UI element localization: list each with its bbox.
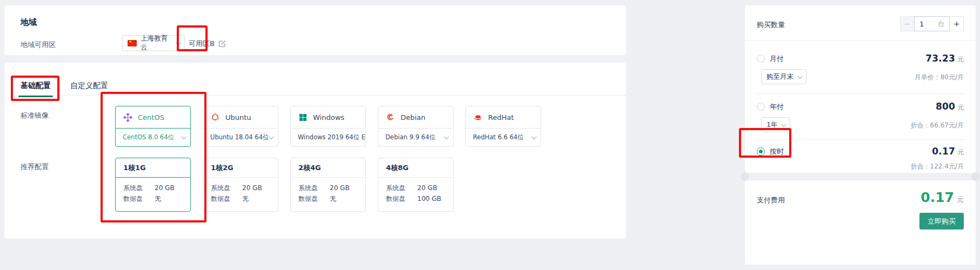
image-card-ubuntu-header[interactable]: Ubuntu (203, 106, 278, 129)
image-name: Windows (313, 113, 344, 122)
chevron-down-icon (797, 73, 803, 79)
image-version-value: Windows 2019 64位 EN (298, 133, 366, 141)
image-card-centos[interactable]: CentOS CentOS 8.0 64位 (115, 106, 191, 147)
china-flag-icon (128, 40, 137, 46)
spec-value: 100 GB (417, 193, 441, 204)
preset-card-1c1g[interactable]: 1核1G 系统盘20 GB 数据盘无 (115, 158, 191, 212)
divider (745, 40, 976, 40)
chevron-down-icon (181, 134, 186, 139)
image-card-windows-header[interactable]: Windows (291, 106, 365, 129)
image-card-row: CentOS CentOS 8.0 64位 (115, 106, 541, 147)
plan-hourly[interactable]: 按时 0.17元 (757, 146, 964, 157)
image-card-debian-header[interactable]: Debian (378, 106, 453, 129)
region-title: 地域 (21, 17, 37, 28)
monthly-duration-select[interactable]: 购至月末 (761, 69, 806, 84)
divider (16, 95, 626, 96)
preset-specs: 系统盘20 GB 数据盘无 (291, 178, 365, 204)
image-name: Debian (401, 113, 425, 122)
yearly-converted-note: 折合：66.67元/月 (911, 121, 964, 130)
quantity-input[interactable]: 1 台 (914, 16, 950, 31)
image-name: CentOS (138, 113, 164, 122)
windows-icon (298, 112, 308, 122)
cloud-provision-page: 地域 地域可用区 上海教育云 可用区B 基础配置 自定义配置 标准镜像 (0, 0, 980, 270)
edit-icon[interactable] (218, 39, 226, 47)
pay-amount: 0.17元 (921, 190, 964, 205)
spec-label: 系统盘 (298, 183, 330, 193)
radio-checked-icon[interactable] (757, 147, 765, 156)
plan-monthly[interactable]: 月付 73.23元 (757, 53, 964, 64)
image-version-select-windows[interactable]: Windows 2019 64位 EN (291, 129, 365, 146)
spec-value: 无 (155, 193, 161, 204)
config-section: 基础配置 自定义配置 标准镜像 CentOS Cen (4, 63, 626, 239)
region-select-value: 上海教育云 (141, 34, 172, 52)
yearly-duration-select[interactable]: 1年 (761, 117, 790, 132)
chevron-down-icon (531, 134, 537, 139)
plan-price-value: 0.17 (932, 146, 955, 157)
spec-value: 20 GB (242, 183, 262, 193)
image-version-value: CentOS 8.0 64位 (123, 133, 174, 141)
spec-value: 无 (330, 193, 336, 204)
image-name: Ubuntu (225, 113, 251, 122)
preset-specs: 系统盘20 GB 数据盘无 (203, 178, 278, 204)
preset-specs: 系统盘20 GB 数据盘无 (116, 178, 190, 204)
monthly-unit-price-note: 月单价：80元/月 (915, 73, 964, 82)
chevron-down-icon (444, 134, 449, 139)
centos-icon (123, 112, 132, 122)
image-version-select-debian[interactable]: Debian 9.9 64位 (378, 129, 453, 146)
yearly-duration-value: 1年 (766, 120, 777, 130)
preset-row-label: 推荐配置 (21, 162, 49, 172)
quantity-increase-button[interactable]: + (950, 16, 964, 31)
preset-name: 2核4G (291, 158, 365, 178)
hourly-converted-note: 折合：122.4元/月 (911, 162, 964, 171)
divider (757, 139, 964, 140)
image-name: RedHat (488, 113, 514, 122)
quantity-unit: 台 (938, 19, 944, 29)
radio-unchecked-icon[interactable] (757, 55, 765, 63)
plan-price-currency: 元 (957, 104, 964, 111)
spec-label: 系统盘 (211, 183, 242, 193)
image-version-value: Debian 9.9 64位 (385, 133, 436, 141)
image-version-value: Ubuntu 18.04 64位 (210, 133, 269, 141)
image-card-centos-header[interactable]: CentOS (116, 106, 190, 129)
spec-label: 数据盘 (211, 193, 242, 204)
region-select[interactable]: 上海教育云 (122, 35, 185, 51)
availability-zone-value[interactable]: 可用区B (189, 39, 215, 49)
plan-price-currency: 元 (957, 56, 964, 63)
quantity-stepper: − 1 台 + (900, 16, 964, 31)
quantity-label: 购买数量 (757, 20, 785, 30)
plan-price-currency: 元 (957, 148, 964, 156)
image-version-select-ubuntu[interactable]: Ubuntu 18.04 64位 (203, 129, 278, 146)
preset-card-1c2g[interactable]: 1核2G 系统盘20 GB 数据盘无 (203, 158, 278, 212)
image-card-redhat-header[interactable]: RedHat (466, 106, 541, 129)
image-card-windows[interactable]: Windows Windows 2019 64位 EN (290, 106, 366, 147)
preset-name: 1核1G (116, 158, 190, 178)
spec-label: 数据盘 (298, 193, 330, 204)
plan-yearly[interactable]: 年付 800元 (757, 101, 964, 112)
spec-value: 20 GB (155, 183, 175, 193)
pay-amount-label: 支付费用 (757, 195, 785, 205)
preset-card-4c8g[interactable]: 4核8G 系统盘20 GB 数据盘100 GB (378, 158, 454, 212)
spec-label: 数据盘 (123, 193, 155, 204)
plan-name: 月付 (770, 54, 784, 64)
chevron-down-icon (269, 134, 274, 139)
redhat-icon (473, 112, 483, 122)
monthly-duration-value: 购至月末 (766, 72, 794, 82)
spec-value: 20 GB (417, 183, 437, 193)
image-card-ubuntu[interactable]: Ubuntu Ubuntu 18.04 64位 (203, 106, 278, 147)
image-version-select-centos[interactable]: CentOS 8.0 64位 (116, 129, 190, 146)
ubuntu-icon (210, 112, 220, 122)
quantity-decrease-button[interactable]: − (900, 16, 914, 31)
buy-now-button[interactable]: 立即购买 (919, 213, 964, 230)
spec-label: 系统盘 (386, 183, 417, 193)
region-zone-label: 地域可用区 (21, 40, 56, 50)
chevron-down-icon (781, 122, 786, 127)
image-card-redhat[interactable]: RedHat RedHat 6.6 64位 (465, 106, 541, 147)
preset-name: 4核8G (378, 158, 453, 178)
radio-unchecked-icon[interactable] (757, 103, 765, 111)
spec-value: 无 (242, 193, 249, 204)
image-version-select-redhat[interactable]: RedHat 6.6 64位 (466, 129, 541, 146)
preset-card-2c4g[interactable]: 2核4G 系统盘20 GB 数据盘无 (290, 158, 366, 212)
plan-price-value: 73.23 (925, 53, 955, 64)
image-card-debian[interactable]: Debian Debian 9.9 64位 (378, 106, 454, 147)
plan-name: 按时 (770, 147, 784, 157)
